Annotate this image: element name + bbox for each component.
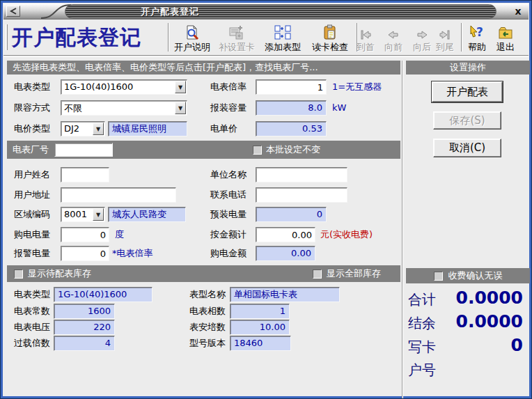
- chevron-down-icon[interactable]: ▼: [93, 208, 104, 221]
- last-arrow-icon: [438, 23, 452, 41]
- show-all-stock-checkbox[interactable]: [313, 269, 322, 279]
- title-bar: 开户配表登记 x: [3, 3, 529, 19]
- info-meter-type-field: 1G-10(40)1600: [54, 287, 152, 302]
- add-type-icon: [274, 23, 292, 41]
- ops-panel-header-text: 设置操作: [450, 61, 486, 74]
- batch-fixed-checkbox[interactable]: [253, 146, 262, 155]
- meter-constant-field: 1600: [54, 304, 115, 319]
- toolbar-button-label: 帮助: [468, 41, 486, 54]
- factory-number-bar: 电表厂号 本批设定不变: [7, 141, 400, 159]
- toolbar-separator: [461, 23, 462, 52]
- supplement-card-button: 补设置卡: [215, 22, 258, 54]
- doc-search-icon: [184, 23, 201, 41]
- preload-field: 0: [256, 207, 327, 222]
- cancel-button[interactable]: 取消(C): [433, 139, 501, 157]
- voltage-field: 220: [54, 320, 115, 335]
- go-last-button: 到尾: [432, 22, 457, 54]
- region-code-combo[interactable]: 8001 ▼: [61, 207, 105, 222]
- info-meter-type-label: 电表类型: [14, 287, 50, 302]
- go-prev-button: 向前: [380, 22, 407, 54]
- meter-type-label: 电表类型: [14, 79, 50, 95]
- meter-ratio-input[interactable]: [256, 79, 327, 95]
- toolbar-button-label: 退出: [496, 41, 515, 54]
- alarm-qty-unit: *电表倍率: [112, 246, 153, 261]
- toolbar-button-label: 添加表型: [265, 41, 301, 54]
- go-next-button: 向后: [409, 22, 435, 54]
- voltage-label: 电表电压: [14, 320, 50, 335]
- system-menu-icon[interactable]: [6, 6, 20, 17]
- capacity-field: 8.0: [256, 100, 327, 116]
- org-name-label: 单位名称: [210, 167, 247, 182]
- phone-input[interactable]: [256, 187, 347, 203]
- exit-icon: [497, 23, 514, 41]
- chevron-down-icon[interactable]: ▼: [93, 123, 104, 135]
- price-type-desc: 城镇居民照明: [108, 121, 187, 136]
- purchase-amount-label: 购电金额: [210, 246, 247, 261]
- factory-number-label: 电表厂号: [13, 143, 49, 156]
- total-value: 0.0000: [456, 288, 523, 308]
- instruction-text: 先选择电表类型、电表倍率、电价类型等后点击[开户配表]，查找电表厂号...: [13, 61, 318, 74]
- model-name-label: 表型名称: [189, 287, 226, 302]
- meter-ratio-hint: 1=无互感器: [332, 79, 382, 95]
- meter-type-combo[interactable]: 1G-10(40)1600 ▼: [61, 79, 187, 95]
- account-label: 户号: [408, 361, 436, 380]
- alarm-qty-input[interactable]: [61, 246, 109, 261]
- capacity-label: 报装容量: [210, 100, 247, 116]
- fee-confirm-label: 收费确认无误: [448, 269, 503, 282]
- unit-price-field: 0.53: [256, 121, 327, 136]
- version-field: 18460: [230, 336, 291, 351]
- exit-button[interactable]: 退出: [492, 22, 519, 54]
- show-pending-stock-checkbox[interactable]: [14, 269, 23, 279]
- batch-fixed-label: 本批设定不变: [266, 143, 320, 156]
- phases-label: 电表相数: [189, 304, 226, 319]
- clipboard-check-icon: [322, 23, 338, 41]
- limit-mode-value: 不限: [64, 102, 174, 115]
- toolbar-button-label: 向前: [384, 41, 402, 54]
- fee-confirm-checkbox[interactable]: [434, 272, 443, 281]
- factory-number-input[interactable]: [54, 143, 113, 157]
- meter-ratio-label: 电表倍率: [210, 79, 247, 95]
- help-button[interactable]: ? 帮助: [464, 22, 490, 54]
- purchase-qty-input[interactable]: [61, 227, 109, 242]
- ops-panel-header: 设置操作: [406, 61, 530, 75]
- open-account-help-button[interactable]: 开户说明: [171, 22, 214, 54]
- price-type-combo[interactable]: DJ2 ▼: [61, 121, 105, 136]
- write-card-value: 0: [511, 335, 523, 355]
- ampere-field: 10.00: [230, 320, 290, 335]
- panel-separator: [402, 61, 403, 399]
- toolbar-separator: [168, 23, 169, 52]
- stock-filter-bar: 显示待配表库存 显示全部库存: [7, 265, 400, 282]
- toolbar-button-label: 读卡检查: [312, 41, 348, 54]
- purchase-qty-unit: 度: [115, 227, 124, 242]
- org-name-input[interactable]: [256, 167, 347, 182]
- region-code-value: 8001: [64, 209, 92, 219]
- toolbar: 开户配表登记 开户说明: [3, 19, 529, 56]
- limit-mode-combo[interactable]: 不限 ▼: [61, 100, 187, 116]
- customer-name-input[interactable]: [61, 167, 109, 182]
- next-arrow-icon: [415, 23, 429, 41]
- toolbar-button-label: 向后: [413, 41, 431, 54]
- close-icon[interactable]: x: [512, 5, 524, 17]
- address-input[interactable]: [61, 187, 176, 203]
- ampere-label: 表安培数: [189, 320, 226, 335]
- amount-input[interactable]: [256, 227, 315, 242]
- capacity-unit: kW: [332, 100, 346, 116]
- add-meter-type-button[interactable]: 添加表型: [260, 22, 306, 54]
- write-card-label: 写卡: [408, 338, 436, 357]
- instruction-bar: 先选择电表类型、电表倍率、电价类型等后点击[开户配表]，查找电表厂号...: [7, 61, 400, 75]
- page-title: 开户配表登记: [12, 24, 166, 52]
- read-card-check-button[interactable]: 读卡检查: [307, 22, 353, 54]
- chevron-down-icon[interactable]: ▼: [175, 81, 186, 93]
- version-label: 型号版本: [189, 336, 226, 351]
- overload-field: 4: [54, 336, 115, 351]
- unit-price-label: 电单价: [210, 121, 237, 136]
- app-window: 开户配表登记 x 开户配表登记 开户说明: [0, 0, 532, 399]
- chevron-down-icon[interactable]: ▼: [175, 102, 186, 114]
- phases-field: 1: [230, 304, 290, 319]
- region-code-label: 区域编码: [14, 207, 50, 222]
- open-account-assign-button[interactable]: 开户配表: [432, 81, 503, 102]
- meter-constant-label: 电表常数: [14, 304, 50, 319]
- card-plus-icon: [228, 23, 245, 41]
- fee-confirm-bar: 收费确认无误: [406, 268, 530, 283]
- region-desc-field: 城东人民路变: [108, 207, 186, 222]
